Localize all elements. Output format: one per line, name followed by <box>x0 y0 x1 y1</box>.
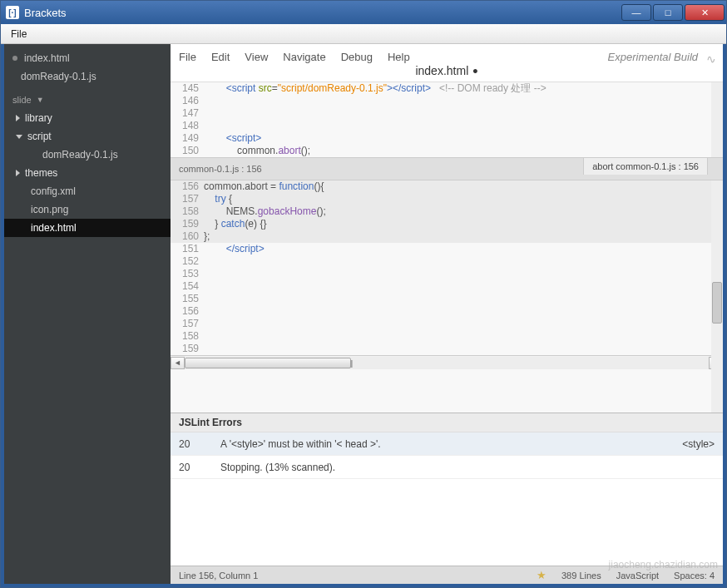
os-menubar[interactable]: File <box>1 24 726 44</box>
indent-mode[interactable]: Spaces: 4 <box>674 571 715 581</box>
document-title: index.html • <box>171 64 723 77</box>
menu-file[interactable]: File <box>179 51 196 63</box>
tree-file[interactable]: domReady-0.1.js <box>4 146 171 164</box>
jslint-panel-header[interactable]: JSLint Errors <box>171 413 723 432</box>
menu-navigate[interactable]: Navigate <box>283 51 325 63</box>
tree-file[interactable]: icon.png <box>4 200 171 219</box>
tree-folder-themes[interactable]: themes <box>4 164 171 182</box>
quick-edit-header: common-0.1.js : 156 abort common-0.1.js … <box>171 157 723 180</box>
code-editor[interactable]: 145146147148149150 <script src="script/d… <box>171 82 723 413</box>
menu-debug[interactable]: Debug <box>341 51 373 63</box>
menu-help[interactable]: Help <box>388 51 410 63</box>
working-set: index.html domReady-0.1.js <box>4 44 171 91</box>
triangle-right-icon <box>16 115 20 121</box>
window-titlebar[interactable]: [·] Brackets — □ ✕ <box>1 1 726 24</box>
window-close-button[interactable]: ✕ <box>685 4 725 21</box>
scroll-left-icon[interactable]: ◄ <box>171 357 185 369</box>
watermark: jiaocheng.chazidian.com <box>609 559 718 571</box>
jslint-errors-list: 20A '<style>' must be within '< head >'.… <box>171 432 723 566</box>
chevron-down-icon: ▼ <box>37 96 44 104</box>
scrollbar-thumb[interactable] <box>185 358 351 368</box>
window-maximize-button[interactable]: □ <box>653 4 683 21</box>
tree-folder-library[interactable]: library <box>4 109 171 127</box>
vertical-scrollbar[interactable] <box>711 82 723 413</box>
tree-folder-script[interactable]: script <box>4 127 171 146</box>
error-row[interactable]: 20Stopping. (13% scanned). <box>171 456 723 479</box>
dirty-dot-icon <box>12 56 17 61</box>
tree-file-active[interactable]: index.html <box>4 219 171 237</box>
working-file-label: index.html <box>24 52 70 64</box>
triangle-down-icon <box>16 135 22 139</box>
horizontal-scrollbar[interactable]: ◄ ||| ► <box>171 355 723 369</box>
window-minimize-button[interactable]: — <box>621 4 651 21</box>
app-icon: [·] <box>6 6 19 19</box>
sidebar: index.html domReady-0.1.js slide ▼ libra… <box>4 44 171 584</box>
project-header[interactable]: slide ▼ <box>4 91 171 109</box>
star-icon[interactable]: ★ <box>537 569 546 581</box>
working-file-label: domReady-0.1.js <box>21 71 96 82</box>
window-title: Brackets <box>24 7 67 19</box>
error-row[interactable]: 20A '<style>' must be within '< head >'.… <box>171 432 723 456</box>
experimental-label: Experimental Build <box>608 51 698 63</box>
main-area: File Edit View Navigate Debug Help Exper… <box>171 44 723 584</box>
menu-view[interactable]: View <box>245 51 268 63</box>
menu-edit[interactable]: Edit <box>211 51 230 63</box>
scrollbar-thumb[interactable] <box>712 282 722 324</box>
line-count: 389 Lines <box>561 571 601 581</box>
cursor-position: Line 156, Column 1 <box>179 571 258 581</box>
app-menubar: File Edit View Navigate Debug Help <box>179 51 410 63</box>
os-menu-file[interactable]: File <box>6 27 32 42</box>
working-file[interactable]: index.html <box>4 49 171 67</box>
quick-edit-tab[interactable]: abort common-0.1.js : 156 <box>583 157 708 175</box>
project-name: slide <box>12 95 32 105</box>
working-file[interactable]: domReady-0.1.js <box>4 67 171 86</box>
tree-file[interactable]: config.xml <box>4 182 171 200</box>
triangle-right-icon <box>16 170 20 176</box>
dirty-dot-icon: • <box>468 63 477 80</box>
language-mode[interactable]: JavaScript <box>616 571 659 581</box>
